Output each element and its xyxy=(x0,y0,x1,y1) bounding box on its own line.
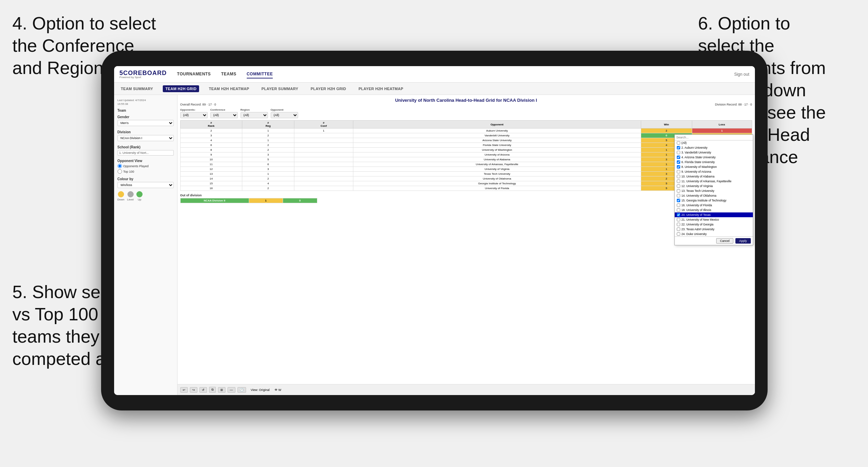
clock-btn[interactable]: 🕐 xyxy=(237,387,246,393)
dropdown-checkbox[interactable] xyxy=(677,175,680,178)
dropdown-checkbox[interactable] xyxy=(677,180,680,183)
cell-conf xyxy=(294,162,353,167)
dropdown-item[interactable]: 3. Vanderbilt University xyxy=(675,150,753,155)
redo-btn[interactable]: ↪ xyxy=(190,387,197,393)
cell-conf xyxy=(294,148,353,152)
dropdown-item[interactable]: 16. University of Florida xyxy=(675,203,753,208)
sub-nav-player-summary[interactable]: PLAYER SUMMARY xyxy=(259,85,301,92)
dropdown-checkbox[interactable] xyxy=(677,228,680,231)
dropdown-item[interactable]: 4. Arizona State University xyxy=(675,155,753,160)
cell-opponent: Georgia Institute of Technology xyxy=(353,181,641,186)
dash-btn[interactable]: — xyxy=(228,387,235,393)
dropdown-checkbox[interactable] xyxy=(677,170,680,173)
gender-select[interactable]: Men's xyxy=(118,120,174,126)
cell-rank: 11 xyxy=(180,162,242,167)
copy-btn[interactable]: ⧉ xyxy=(209,387,216,393)
dropdown-checkbox[interactable] xyxy=(677,218,680,221)
dropdown-checkbox[interactable] xyxy=(677,156,680,159)
dropdown-item[interactable]: 20. University of Texas xyxy=(675,212,753,217)
dropdown-item[interactable]: (All) xyxy=(675,140,753,145)
nav-tournaments[interactable]: TOURNAMENTS xyxy=(177,70,211,78)
filter-region-select[interactable]: (All) xyxy=(241,112,268,118)
sub-nav-player-h2h-grid[interactable]: PLAYER H2H GRID xyxy=(308,85,349,92)
cell-conf xyxy=(294,167,353,172)
cell-reg: 5 xyxy=(242,157,294,162)
dropdown-item[interactable]: 22. University of Georgia xyxy=(675,222,753,227)
dropdown-item[interactable]: 24. Duke University xyxy=(675,232,753,236)
swatch-level: Level xyxy=(127,191,134,201)
sub-nav-team-h2h-grid[interactable]: TEAM H2H GRID xyxy=(163,85,199,92)
dropdown-item[interactable]: 15. Georgia Institute of Technology xyxy=(675,198,753,203)
sub-nav-player-h2h-heatmap[interactable]: PLAYER H2H HEATMAP xyxy=(356,85,406,92)
dropdown-item[interactable]: 18. University of Illinois xyxy=(675,208,753,212)
grid-btn[interactable]: ⊞ xyxy=(218,387,225,393)
team-label: Team xyxy=(118,109,174,112)
undo-btn[interactable]: ↩ xyxy=(180,387,188,393)
dropdown-apply-btn[interactable]: Apply xyxy=(735,238,751,244)
dropdown-item-label: 3. Vanderbilt University xyxy=(682,151,711,154)
dropdown-checkbox[interactable] xyxy=(677,204,680,207)
filter-opponent: Opponent (All) xyxy=(271,108,298,118)
division-select[interactable]: NCAA Division I xyxy=(118,135,174,141)
division-record: Division Record: 88 · 17 · 0 xyxy=(715,103,752,106)
dropdown-item[interactable]: 8. University of Washington xyxy=(675,164,753,169)
dropdown-item[interactable]: 2. Auburn University xyxy=(675,145,753,150)
dropdown-item[interactable]: 21. University of New Mexico xyxy=(675,217,753,222)
dropdown-checkbox[interactable] xyxy=(677,232,680,236)
filter-opponent-select[interactable]: (All) xyxy=(271,112,298,118)
dropdown-item[interactable]: 14. University of Oklahoma xyxy=(675,193,753,198)
dropdown-checkbox[interactable] xyxy=(677,194,680,197)
dropdown-checkbox[interactable] xyxy=(677,213,680,217)
table-row: 8 2 University of Washington 1 0 xyxy=(180,148,752,152)
colour-select[interactable]: Win/loss xyxy=(118,182,174,188)
dropdown-checkbox[interactable] xyxy=(677,146,680,149)
dropdown-checkbox[interactable] xyxy=(677,189,680,193)
dropdown-checkbox[interactable] xyxy=(677,184,680,188)
dropdown-item[interactable]: 9. University of Arizona xyxy=(675,169,753,174)
dropdown-checkbox[interactable] xyxy=(677,199,680,202)
dropdown-footer: Cancel Apply xyxy=(675,236,753,245)
dropdown-item[interactable]: 6. Florida State University xyxy=(675,160,753,164)
dropdown-search-input[interactable] xyxy=(675,135,753,140)
main-content: Last Updated: 4/7/2024 16:55:38 Team Gen… xyxy=(114,95,755,395)
table-row: 16 2 University of Florida 5 1 xyxy=(180,186,752,191)
dropdown-item-label: 4. Arizona State University xyxy=(682,156,716,159)
nav-committee[interactable]: COMMITTEE xyxy=(247,70,273,78)
radio-opponents-played[interactable]: Opponents Played xyxy=(118,164,174,168)
filter-conference-select[interactable]: (All) xyxy=(210,112,238,118)
sub-nav-team-h2h-heatmap[interactable]: TEAM H2H HEATMAP xyxy=(206,85,252,92)
dropdown-checkbox[interactable] xyxy=(677,208,680,212)
sidebar: Last Updated: 4/7/2024 16:55:38 Team Gen… xyxy=(114,95,178,395)
dropdown-checkbox[interactable] xyxy=(677,223,680,226)
toolbar-eye: 👁 W xyxy=(274,388,281,392)
division-label: Division xyxy=(118,130,174,134)
table-row: 10 5 University of Alabama 3 0 xyxy=(180,157,752,162)
table-row: 12 3 University of Virginia 1 0 xyxy=(180,167,752,172)
dropdown-item[interactable]: 12. University of Virginia xyxy=(675,184,753,188)
app-header: 5COREBOARD Powered by Sport TOURNAMENTS … xyxy=(114,66,755,83)
th-opponent: Opponent xyxy=(353,121,641,128)
dropdown-checkbox[interactable] xyxy=(677,160,680,164)
radio-top-100[interactable]: Top 100 xyxy=(118,169,174,174)
nav-teams[interactable]: TEAMS xyxy=(221,70,236,78)
dropdown-checkbox[interactable] xyxy=(677,165,680,169)
gender-label: Gender xyxy=(118,115,174,119)
dropdown-checkbox[interactable] xyxy=(677,151,680,154)
cell-opponent: Texas Tech University xyxy=(353,172,641,176)
sub-nav-team-summary[interactable]: TEAM SUMMARY xyxy=(118,85,156,92)
cell-reg: 2 xyxy=(242,133,294,138)
dropdown-cancel-btn[interactable]: Cancel xyxy=(716,238,733,244)
cell-rank: 4 xyxy=(180,138,242,143)
refresh-btn[interactable]: ↺ xyxy=(199,387,207,393)
opponent-dropdown[interactable]: (All) 2. Auburn University 3. Vanderbilt… xyxy=(674,134,753,245)
cell-rank: 12 xyxy=(180,167,242,172)
dropdown-item[interactable]: 23. Texas A&M University xyxy=(675,227,753,232)
dropdown-item[interactable]: 10. University of Alabama xyxy=(675,174,753,179)
dropdown-item[interactable]: 13. Texas Tech University xyxy=(675,188,753,193)
nav-sign-out[interactable]: Sign out xyxy=(734,72,749,77)
dropdown-checkbox[interactable] xyxy=(677,141,680,145)
cell-reg: 1 xyxy=(242,172,294,176)
dropdown-item[interactable]: 11. University of Arkansas, Fayetteville xyxy=(675,179,753,184)
filter-opponents-select[interactable]: (All) xyxy=(180,112,208,118)
table-row: 14 2 University of Oklahoma 2 2 xyxy=(180,176,752,181)
